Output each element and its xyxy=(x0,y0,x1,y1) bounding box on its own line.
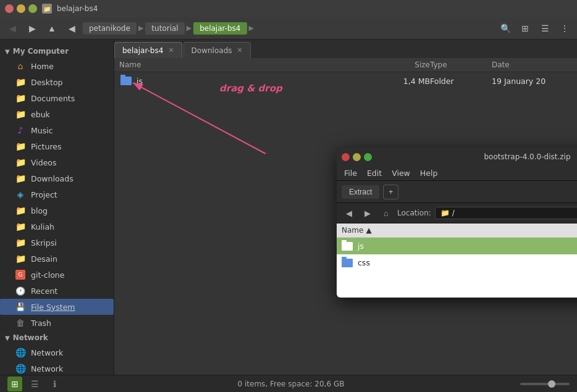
zip-location-label: Location: xyxy=(397,209,431,217)
col-name: Name xyxy=(119,60,368,69)
breadcrumb-sep2: ▶ xyxy=(187,24,192,32)
sidebar-section-network[interactable]: ▼ Network xyxy=(0,331,114,344)
breadcrumb-belajar[interactable]: belajar-bs4 xyxy=(193,22,246,35)
zip-maximize-button[interactable] xyxy=(364,153,372,161)
zip-home-button[interactable]: ⌂ xyxy=(379,206,394,220)
back-button[interactable]: ◀ xyxy=(4,20,21,37)
add-button[interactable]: + xyxy=(383,185,398,199)
minimize-button[interactable] xyxy=(17,4,25,13)
sidebar-item-pictures[interactable]: 📁 Pictures xyxy=(0,138,114,154)
zip-folder-js-icon xyxy=(342,242,353,251)
zip-location-path: 📁 / xyxy=(435,207,577,219)
folder-icon: 📁 xyxy=(15,157,26,168)
tab-downloads[interactable]: Downloads ✕ xyxy=(183,42,251,58)
sidebar-item-project[interactable]: ◈ Project xyxy=(0,186,114,202)
forward-button[interactable]: ▶ xyxy=(23,20,41,37)
home-icon: ⌂ xyxy=(15,60,26,72)
sidebar-label-kuliah: Kuliah xyxy=(31,222,54,231)
sidebar-item-network2[interactable]: 🌐 Network xyxy=(0,361,114,375)
prev-location-button[interactable]: ◀ xyxy=(63,20,80,37)
sidebar-label-music: Music xyxy=(31,126,53,135)
zip-forward-button[interactable]: ▶ xyxy=(360,206,375,220)
zip-file-row-css[interactable]: css 1,6 MB xyxy=(337,254,577,271)
sidebar-label-desain: Desain xyxy=(31,254,57,264)
search-button[interactable]: 🔍 xyxy=(497,20,514,37)
svg-line-1 xyxy=(133,83,266,154)
breadcrumb-petanikode[interactable]: petanikode xyxy=(83,22,137,35)
zip-back-button[interactable]: ◀ xyxy=(342,206,356,220)
zip-file-row-js[interactable]: js 1,4 MB xyxy=(337,238,577,254)
more-options-button[interactable]: ⋮ xyxy=(556,20,573,37)
trash-icon: 🗑 xyxy=(15,317,26,328)
extract-button[interactable]: Extract xyxy=(342,185,379,199)
sidebar-label-skripsi: Skripsi xyxy=(31,238,57,248)
up-button[interactable]: ▲ xyxy=(43,20,61,37)
content-area: belajar-bs4 ✕ Downloads ✕ Name Size Type… xyxy=(114,40,577,375)
zip-folder-css-icon xyxy=(342,259,353,267)
folder-icon: 📁 xyxy=(15,141,26,152)
zip-title-text: bootstrap-4.0.0-dist.zip xyxy=(377,152,577,161)
folder-icon: 📁 xyxy=(15,173,26,184)
zoom-track[interactable] xyxy=(520,383,570,385)
folder-icon: 📁 xyxy=(15,93,26,104)
tab-belajar-bs4[interactable]: belajar-bs4 ✕ xyxy=(114,42,182,58)
sidebar-label-home: Home xyxy=(31,62,54,71)
sidebar-label-network1: Network xyxy=(31,348,63,357)
section-arrow: ▼ xyxy=(5,48,10,55)
sidebar-section-my-computer[interactable]: ▼ My Computer xyxy=(0,44,114,58)
sidebar-item-skripsi[interactable]: 📁 Skripsi xyxy=(0,235,114,251)
zip-menu-view[interactable]: View xyxy=(392,169,410,178)
grid-view-button[interactable]: ⊞ xyxy=(516,20,534,37)
sidebar-label-trash: Trash xyxy=(31,319,51,328)
zip-file-header: Name ▲ Size xyxy=(337,223,577,238)
sidebar-item-desktop[interactable]: 📁 Desktop xyxy=(0,74,114,90)
window-title: belajar-bs4 xyxy=(57,4,98,13)
maximize-button[interactable] xyxy=(28,4,37,13)
tab-close-downloads[interactable]: ✕ xyxy=(237,47,243,54)
close-button[interactable] xyxy=(5,4,14,13)
sidebar-label-blog: blog xyxy=(31,206,48,215)
sidebar-item-git-clone[interactable]: G git-clone xyxy=(0,267,114,283)
zip-minimize-button[interactable] xyxy=(353,153,361,161)
sidebar-item-blog[interactable]: 📁 blog xyxy=(0,202,114,219)
zip-menu-help[interactable]: Help xyxy=(420,169,438,178)
zip-close-button[interactable] xyxy=(342,153,350,161)
sidebar-label-downloads: Downloads xyxy=(31,174,74,183)
zip-location-bar: ◀ ▶ ⌂ Location: 📁 / xyxy=(337,203,577,223)
list-view-button[interactable]: ☰ xyxy=(536,20,554,37)
folder-icon: 📁 xyxy=(15,221,26,232)
zip-path-text: / xyxy=(452,209,455,217)
nav-right-buttons: 🔍 ⊞ ☰ ⋮ xyxy=(497,20,573,37)
zip-col-name: Name ▲ xyxy=(342,226,577,235)
file-row-js[interactable]: js 1,4 MB Folder 19 January 20 xyxy=(114,72,577,90)
sidebar-item-network1[interactable]: 🌐 Network xyxy=(0,344,114,361)
sidebar-item-trash[interactable]: 🗑 Trash xyxy=(0,315,114,331)
sidebar-item-documents[interactable]: 📁 Documents xyxy=(0,90,114,106)
sidebar-item-filesystem[interactable]: 💾 File System xyxy=(0,299,114,315)
sidebar-label-documents: Documents xyxy=(31,94,75,103)
sidebar-label-gitclone: git-clone xyxy=(31,270,64,280)
sidebar-item-recent[interactable]: 🕐 Recent xyxy=(0,283,114,299)
zip-file-list: Name ▲ Size js 1,4 MB css 1,6 MB xyxy=(337,223,577,298)
sidebar-item-downloads[interactable]: 📁 Downloads xyxy=(0,170,114,186)
col-size: Size xyxy=(368,60,430,69)
sidebar-item-kuliah[interactable]: 📁 Kuliah xyxy=(0,219,114,235)
tab-close-belajar[interactable]: ✕ xyxy=(168,47,174,54)
zoom-slider xyxy=(520,383,570,385)
sidebar-item-desain[interactable]: 📁 Desain xyxy=(0,251,114,267)
tabs-bar: belajar-bs4 ✕ Downloads ✕ xyxy=(114,40,577,58)
zip-menu-edit[interactable]: Edit xyxy=(367,169,382,178)
breadcrumb-tutorial[interactable]: tutorial xyxy=(145,22,184,35)
zip-dialog: bootstrap-4.0.0-dist.zip File Edit View … xyxy=(337,148,577,298)
status-grid-button[interactable]: ⊞ xyxy=(7,377,22,391)
folder-icon: 📁 xyxy=(15,205,26,216)
zoom-thumb[interactable] xyxy=(548,380,555,388)
status-info-button[interactable]: ℹ xyxy=(47,377,62,391)
sidebar-item-videos[interactable]: 📁 Videos xyxy=(0,154,114,170)
zip-menu-file[interactable]: File xyxy=(344,169,357,178)
filesystem-icon: 💾 xyxy=(15,301,26,312)
sidebar-item-ebuk[interactable]: 📁 ebuk xyxy=(0,106,114,122)
status-list-button[interactable]: ☰ xyxy=(27,377,42,391)
sidebar-item-music[interactable]: ♪ Music xyxy=(0,122,114,138)
sidebar-item-home[interactable]: ⌂ Home xyxy=(0,58,114,74)
